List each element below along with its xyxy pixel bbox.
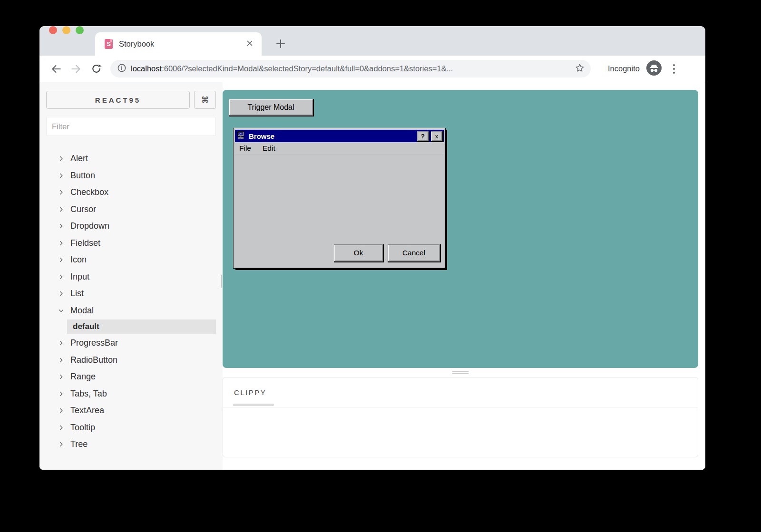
browser-window: S Storybook localhost:6006/?selectedKind…: [39, 26, 705, 470]
storybook-app: REACT95 ⌘ AlertButtonCheckboxCursorDropd…: [39, 82, 705, 470]
sidebar-item-label: Tree: [70, 439, 88, 449]
chevron-right-icon: [59, 173, 64, 178]
chevron-right-icon: [59, 190, 64, 195]
incognito-label: Incognito: [608, 64, 640, 73]
tab-title: Storybook: [119, 39, 245, 48]
zoom-window-button[interactable]: [76, 26, 84, 34]
sidebar-item-tooltip[interactable]: Tooltip: [46, 419, 216, 436]
modal-menubar: File Edit: [235, 142, 444, 155]
sidebar-item-tree[interactable]: Tree: [46, 436, 216, 453]
modal-title: Browse: [249, 132, 417, 140]
sidebar-item-input[interactable]: Input: [46, 269, 216, 286]
modal-body: Ok Cancel: [235, 155, 444, 267]
sidebar-item-label: Alert: [70, 154, 88, 164]
brand-button[interactable]: REACT95: [46, 91, 190, 109]
menu-edit[interactable]: Edit: [263, 144, 275, 153]
sidebar: REACT95 ⌘ AlertButtonCheckboxCursorDropd…: [39, 82, 223, 470]
chevron-right-icon: [59, 156, 64, 161]
chevron-right-icon: [59, 374, 64, 379]
sidebar-list: AlertButtonCheckboxCursorDropdownFieldse…: [46, 150, 216, 453]
ok-button[interactable]: Ok: [334, 244, 383, 261]
sidebar-item-alert[interactable]: Alert: [46, 150, 216, 167]
chevron-down-icon: [59, 308, 64, 313]
menu-file[interactable]: File: [239, 144, 251, 153]
sidebar-item-label: Input: [70, 272, 89, 282]
active-tab-indicator: [233, 404, 274, 406]
sidebar-item-button[interactable]: Button: [46, 167, 216, 184]
preview-canvas: Trigger Modal Browse ? x File Edit: [223, 90, 698, 368]
url-text: localhost:6006/?selectedKind=Modal&selec…: [131, 64, 575, 73]
incognito-icon: [646, 60, 662, 77]
sidebar-item-progressbar[interactable]: ProgressBar: [46, 335, 216, 352]
browse-modal-window: Browse ? x File Edit Ok Cancel: [233, 128, 446, 269]
sidebar-item-label: Checkbox: [70, 187, 108, 197]
reload-icon[interactable]: [88, 61, 104, 77]
chevron-right-icon: [59, 358, 64, 363]
sidebar-item-textarea[interactable]: TextArea: [46, 402, 216, 419]
sidebar-story-label: default: [73, 322, 99, 331]
modal-titlebar[interactable]: Browse ? x: [235, 130, 444, 142]
sidebar-item-modal[interactable]: Modal: [46, 302, 216, 319]
chevron-right-icon: [59, 274, 64, 280]
chevron-right-icon: [59, 425, 64, 430]
sidebar-item-label: Icon: [70, 255, 87, 265]
back-icon[interactable]: [48, 61, 64, 77]
browser-menu-icon[interactable]: [668, 64, 680, 74]
modal-help-button[interactable]: ?: [417, 131, 429, 141]
main-area: Trigger Modal Browse ? x File Edit: [223, 82, 705, 470]
addons-tab-bar: CLIPPY: [223, 377, 698, 407]
chevron-right-icon: [59, 408, 64, 413]
chevron-right-icon: [59, 291, 64, 296]
modal-close-button[interactable]: x: [431, 131, 442, 141]
bookmark-star-icon[interactable]: [575, 63, 585, 75]
cancel-button[interactable]: Cancel: [388, 244, 440, 261]
panel-resize-handle[interactable]: [223, 368, 698, 377]
browser-toolbar: localhost:6006/?selectedKind=Modal&selec…: [39, 56, 705, 82]
sidebar-item-label: Dropdown: [70, 221, 109, 231]
browser-tab[interactable]: S Storybook: [95, 32, 262, 56]
chevron-right-icon: [59, 442, 64, 447]
url-bar[interactable]: localhost:6006/?selectedKind=Modal&selec…: [110, 60, 591, 77]
sidebar-item-label: Cursor: [70, 204, 96, 214]
minimize-window-button[interactable]: [62, 26, 70, 34]
chevron-right-icon: [59, 391, 64, 397]
sidebar-item-list[interactable]: List: [46, 285, 216, 302]
sidebar-item-radiobutton[interactable]: RadioButton: [46, 352, 216, 369]
sidebar-item-label: Modal: [70, 306, 94, 316]
sidebar-item-label: Tooltip: [70, 423, 95, 433]
chevron-right-icon: [59, 223, 64, 229]
sidebar-item-label: TextArea: [70, 406, 104, 416]
sidebar-item-checkbox[interactable]: Checkbox: [46, 184, 216, 201]
new-tab-button[interactable]: [272, 35, 290, 53]
page-info-icon[interactable]: [117, 63, 127, 75]
sidebar-item-label: Tabs, Tab: [70, 389, 107, 399]
sidebar-item-fieldset[interactable]: Fieldset: [46, 235, 216, 252]
sidebar-story-default[interactable]: default: [67, 319, 216, 334]
forward-icon[interactable]: [68, 61, 84, 77]
sidebar-item-label: Range: [70, 372, 96, 382]
tab-strip: S Storybook: [39, 26, 705, 56]
shortcuts-button[interactable]: ⌘: [194, 91, 216, 109]
chevron-right-icon: [59, 257, 64, 262]
addons-panel: CLIPPY: [223, 377, 698, 457]
sidebar-item-icon[interactable]: Icon: [46, 251, 216, 269]
trigger-modal-button[interactable]: Trigger Modal: [229, 99, 313, 116]
sidebar-item-dropdown[interactable]: Dropdown: [46, 218, 216, 235]
sidebar-item-label: Fieldset: [70, 238, 100, 248]
tab-close-icon[interactable]: [245, 39, 254, 49]
sidebar-item-label: ProgressBar: [70, 338, 118, 348]
sidebar-item-tabs-tab[interactable]: Tabs, Tab: [46, 386, 216, 403]
sidebar-item-range[interactable]: Range: [46, 368, 216, 386]
sidebar-item-cursor[interactable]: Cursor: [46, 201, 216, 218]
sidebar-item-label: List: [70, 289, 84, 299]
chevron-right-icon: [59, 241, 64, 246]
sidebar-item-label: Button: [70, 171, 95, 181]
sidebar-resize-handle[interactable]: [219, 275, 222, 288]
computer-icon: [237, 131, 246, 141]
tab-clippy[interactable]: CLIPPY: [234, 388, 266, 397]
filter-input[interactable]: [46, 117, 216, 136]
chevron-right-icon: [59, 207, 64, 212]
close-window-button[interactable]: [49, 26, 57, 34]
storybook-favicon-icon: S: [105, 39, 113, 49]
sidebar-item-label: RadioButton: [70, 355, 117, 365]
